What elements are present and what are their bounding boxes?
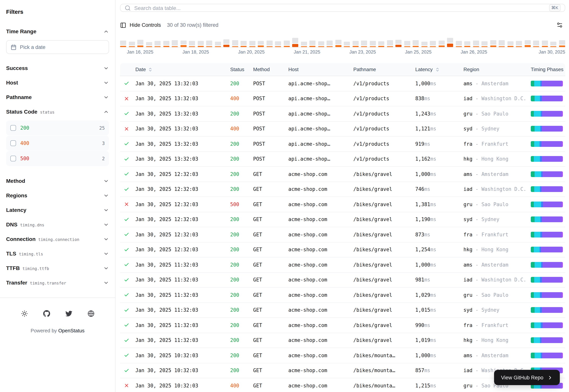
histogram-bar[interactable] — [550, 42, 556, 47]
column-header-latency[interactable]: Latency — [413, 67, 461, 72]
column-header-date[interactable]: Date — [133, 67, 228, 72]
table-row[interactable]: Jan 30, 2025 11:32:03200GETacme-shop.com… — [120, 318, 565, 333]
view-github-repo-button[interactable]: View GitHub Repo — [494, 370, 560, 385]
theme-toggle-button[interactable] — [19, 308, 30, 319]
histogram-bar[interactable] — [352, 41, 359, 47]
histogram-bar[interactable] — [533, 41, 539, 47]
status-option-200[interactable]: 20025 — [6, 120, 109, 135]
histogram-bar[interactable] — [413, 40, 419, 47]
table-row[interactable]: Jan 30, 2025 10:32:03200GETacme-shop.com… — [120, 348, 565, 363]
date-picker-input[interactable]: Pick a date — [6, 40, 109, 54]
histogram-bar[interactable] — [240, 41, 247, 47]
search-input[interactable] — [134, 5, 545, 11]
histogram-bar[interactable] — [404, 41, 410, 47]
filter-section-time-range[interactable]: Time Range — [6, 24, 109, 39]
histogram-bar[interactable] — [542, 41, 548, 47]
histogram-bar[interactable] — [507, 41, 513, 47]
filter-section-transfer[interactable]: Transfertiming.transfer — [6, 275, 109, 290]
table-row[interactable]: Jan 30, 2025 11:32:03200GETacme-shop.com… — [120, 272, 565, 288]
table-row[interactable]: Jan 30, 2025 13:32:03200POSTapi.acme-sho… — [120, 152, 565, 167]
histogram-bar[interactable] — [318, 41, 324, 47]
openstatus-link[interactable]: OpenStatus — [58, 328, 84, 334]
filter-section-method[interactable]: Method — [6, 174, 109, 188]
histogram-bar[interactable] — [275, 41, 281, 47]
hide-controls-button[interactable]: Hide Controls — [120, 22, 161, 28]
table-row[interactable]: Jan 30, 2025 12:32:03200GETacme-shop.com… — [120, 212, 565, 227]
histogram-bar[interactable] — [499, 40, 505, 47]
histogram-bar[interactable] — [456, 41, 462, 47]
filter-section-ttfb[interactable]: TTFBtiming.ttfb — [6, 261, 109, 275]
filter-section-dns[interactable]: DNStiming.dns — [6, 217, 109, 232]
histogram-bar[interactable] — [430, 41, 436, 47]
filter-section-tls[interactable]: TLStiming.tls — [6, 246, 109, 261]
histogram-bar[interactable] — [516, 41, 522, 47]
histogram-bar[interactable] — [163, 41, 169, 47]
histogram-bar[interactable] — [378, 41, 384, 47]
histogram-bar[interactable] — [344, 42, 350, 47]
histogram-bar[interactable] — [361, 41, 367, 47]
histogram-bar[interactable] — [137, 40, 143, 47]
histogram-bar[interactable] — [232, 40, 238, 47]
histogram-bar[interactable] — [438, 41, 444, 47]
status-option-400[interactable]: 4003 — [6, 136, 109, 151]
filter-section-success[interactable]: Success — [6, 61, 109, 75]
histogram-bar[interactable] — [481, 41, 487, 47]
filter-section-host[interactable]: Host — [6, 75, 109, 90]
histogram-bar[interactable] — [154, 41, 161, 47]
histogram-bar[interactable] — [395, 40, 402, 47]
histogram-bar[interactable] — [197, 41, 204, 47]
table-row[interactable]: Jan 30, 2025 12:32:03200GETacme-shop.com… — [120, 182, 565, 197]
histogram-bar[interactable] — [215, 42, 221, 47]
histogram-bar[interactable] — [301, 42, 307, 47]
table-row[interactable]: Jan 30, 2025 11:32:03200GETacme-shop.com… — [120, 303, 565, 318]
view-options-button[interactable] — [554, 19, 565, 31]
checkbox[interactable] — [10, 140, 16, 146]
website-link[interactable] — [85, 308, 97, 319]
table-row[interactable]: Jan 30, 2025 12:32:03200GETacme-shop.com… — [120, 227, 565, 242]
histogram-bar[interactable] — [525, 40, 531, 47]
histogram-bar[interactable] — [266, 41, 272, 47]
histogram-bar[interactable] — [284, 41, 290, 47]
table-row[interactable]: Jan 30, 2025 12:32:03200GETacme-shop.com… — [120, 167, 565, 182]
status-option-500[interactable]: 5002 — [6, 151, 109, 166]
table-row[interactable]: Jan 30, 2025 12:32:03500GETacme-shop.com… — [120, 197, 565, 212]
histogram-bar[interactable] — [559, 40, 565, 47]
histogram-bar[interactable] — [464, 41, 470, 47]
table-row[interactable]: Jan 30, 2025 13:32:03200POSTapi.acme-sho… — [120, 137, 565, 152]
histogram-bar[interactable] — [421, 42, 427, 47]
histogram-bar[interactable] — [180, 41, 186, 47]
histogram-bar[interactable] — [327, 41, 333, 47]
histogram-bar[interactable] — [223, 39, 229, 47]
histogram-bar[interactable] — [189, 41, 195, 47]
filter-section-status-code[interactable]: Status Codestatus — [6, 104, 109, 119]
search-bar[interactable]: ⌘K — [120, 4, 565, 12]
table-row[interactable]: Jan 30, 2025 11:32:03200GETacme-shop.com… — [120, 288, 565, 303]
histogram-bar[interactable] — [473, 41, 479, 47]
histogram-bar[interactable] — [335, 40, 341, 47]
table-row[interactable]: Jan 30, 2025 13:32:03200POSTapi.acme-sho… — [120, 106, 565, 121]
histogram-bar[interactable] — [249, 41, 255, 47]
twitter-link[interactable] — [63, 308, 74, 319]
histogram-bar[interactable] — [292, 38, 298, 47]
table-row[interactable]: Jan 30, 2025 13:32:03400POSTapi.acme-sho… — [120, 121, 565, 137]
histogram-bar[interactable] — [120, 41, 126, 47]
histogram-bar[interactable] — [146, 42, 152, 47]
histogram-bar[interactable] — [447, 38, 453, 47]
histogram-bar[interactable] — [206, 41, 212, 47]
table-row[interactable]: Jan 30, 2025 11:32:03200GETacme-shop.com… — [120, 333, 565, 348]
checkbox[interactable] — [10, 125, 16, 131]
checkbox[interactable] — [10, 156, 16, 161]
table-row[interactable]: Jan 30, 2025 13:32:03400POSTapi.acme-sho… — [120, 91, 565, 106]
filter-section-regions[interactable]: Regions — [6, 188, 109, 203]
histogram-bar[interactable] — [370, 41, 376, 47]
histogram-bar[interactable] — [172, 40, 178, 47]
table-row[interactable]: Jan 30, 2025 13:32:03200POSTapi.acme-sho… — [120, 76, 565, 91]
histogram-bar[interactable] — [387, 40, 393, 47]
github-link[interactable] — [41, 308, 52, 319]
histogram-bar[interactable] — [490, 40, 496, 47]
table-row[interactable]: Jan 30, 2025 12:32:03200GETacme-shop.com… — [120, 242, 565, 257]
histogram-bar[interactable] — [309, 41, 316, 47]
filter-section-pathname[interactable]: Pathname — [6, 90, 109, 104]
filter-section-connection[interactable]: Connectiontiming.connection — [6, 232, 109, 246]
filter-section-latency[interactable]: Latency — [6, 203, 109, 217]
